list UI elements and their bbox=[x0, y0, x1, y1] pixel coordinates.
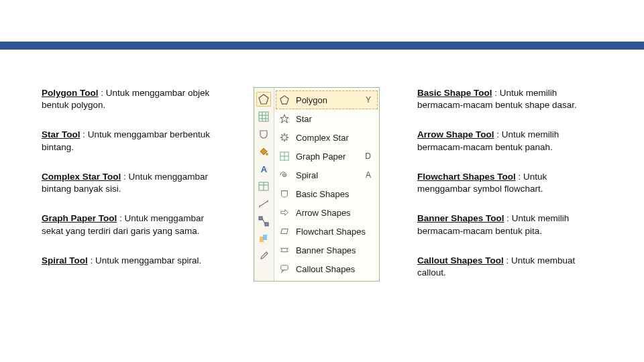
desc-title: Arrow Shape Tool bbox=[417, 129, 494, 139]
flyout-shortcut: Y bbox=[366, 95, 374, 105]
flyout-item-complex-star[interactable]: Complex Star bbox=[276, 128, 378, 147]
smart-fill-tool-button[interactable] bbox=[256, 144, 271, 159]
flyout-list: Polygon Y Star Complex Star Graph Paper … bbox=[274, 88, 379, 281]
flyout-shortcut: D bbox=[365, 152, 374, 161]
svg-rect-14 bbox=[265, 223, 268, 226]
desc-spiral: Spiral Tool : Untuk menggambar spiral. bbox=[42, 255, 216, 267]
flyout-shortcut: A bbox=[366, 170, 374, 180]
svg-rect-17 bbox=[263, 235, 267, 240]
flyout-item-arrow-shapes[interactable]: Arrow Shapes bbox=[276, 203, 378, 222]
tool-flyout-panel: A bbox=[254, 87, 380, 282]
flyout-label: Arrow Shapes bbox=[296, 208, 366, 218]
flyout-item-flowchart-shapes[interactable]: Flowchart Shapes bbox=[276, 222, 378, 241]
flyout-item-spiral[interactable]: Spiral A bbox=[276, 166, 378, 184]
desc-title: Graph Paper Tool bbox=[42, 213, 117, 223]
graph-paper-icon bbox=[258, 111, 269, 122]
basic-shapes-tool-button[interactable] bbox=[256, 127, 271, 141]
flyout-label: Polygon bbox=[296, 95, 360, 105]
desc-title: Banner Shapes Tool bbox=[417, 213, 504, 223]
graph-paper-tool-button[interactable] bbox=[256, 109, 271, 124]
toolbox-screenshot: A bbox=[236, 87, 397, 296]
slide-accent-bar bbox=[0, 42, 644, 50]
banner-shapes-icon bbox=[278, 244, 290, 256]
blend-icon bbox=[258, 233, 269, 244]
flyout-item-basic-shapes[interactable]: Basic Shapes bbox=[276, 184, 378, 203]
flyout-label: Complex Star bbox=[296, 133, 366, 143]
desc-polygon: Polygon Tool : Untuk menggambar objek be… bbox=[42, 87, 216, 111]
svg-rect-25 bbox=[281, 265, 288, 270]
complex-star-icon bbox=[278, 131, 290, 143]
eyedropper-icon bbox=[258, 251, 269, 261]
svg-rect-13 bbox=[259, 217, 262, 220]
flyout-label: Spiral bbox=[296, 170, 360, 180]
svg-marker-24 bbox=[281, 229, 288, 234]
flyout-label: Basic Shapes bbox=[296, 189, 366, 199]
flyout-item-callout-shapes[interactable]: Callout Shapes bbox=[276, 259, 378, 278]
desc-title: Star Tool bbox=[42, 129, 80, 139]
eyedropper-tool-button[interactable] bbox=[256, 249, 271, 263]
connector-icon bbox=[258, 216, 269, 227]
effects-tool-button[interactable] bbox=[256, 231, 271, 246]
svg-line-10 bbox=[260, 201, 268, 206]
text-tool-button[interactable]: A bbox=[256, 162, 271, 176]
spiral-icon bbox=[278, 169, 290, 181]
svg-line-15 bbox=[262, 219, 265, 224]
svg-marker-19 bbox=[280, 115, 288, 123]
connector-tool-button[interactable] bbox=[256, 214, 271, 229]
desc-title: Complex Star Tool bbox=[42, 172, 121, 182]
basic-shapes-icon bbox=[258, 129, 269, 139]
desc-graph-paper: Graph Paper Tool : Untuk menggambar seka… bbox=[42, 213, 216, 237]
desc-banner-shape: Banner Shapes Tool : Untuk memilih berma… bbox=[417, 213, 585, 237]
desc-star: Star Tool : Untuk menggambar berbentuk b… bbox=[42, 129, 216, 153]
star-icon bbox=[278, 113, 290, 125]
desc-arrow-shape: Arrow Shape Tool : Untuk memilih bermaca… bbox=[417, 129, 585, 153]
table-icon bbox=[258, 181, 269, 192]
svg-point-6 bbox=[266, 153, 268, 156]
flyout-item-graph-paper[interactable]: Graph Paper D bbox=[276, 147, 378, 166]
svg-marker-18 bbox=[280, 96, 288, 104]
polygon-tool-button[interactable] bbox=[256, 92, 271, 107]
bucket-icon bbox=[258, 146, 269, 157]
desc-title: Flowchart Shapes Tool bbox=[417, 172, 516, 182]
dimension-tool-button[interactable] bbox=[256, 196, 271, 211]
callout-shapes-icon bbox=[278, 263, 290, 275]
flyout-label: Flowchart Shapes bbox=[296, 227, 366, 237]
slide-content: Polygon Tool : Untuk menggambar objek be… bbox=[42, 87, 617, 296]
svg-rect-1 bbox=[259, 112, 268, 121]
flyout-label: Graph Paper bbox=[296, 152, 360, 162]
tool-strip: A bbox=[254, 88, 274, 281]
desc-basic-shape: Basic Shape Tool : Untuk memilih bermaca… bbox=[417, 87, 585, 111]
desc-callout-shape: Callout Shapes Tool : Untuk membuat call… bbox=[417, 255, 585, 279]
text-icon: A bbox=[261, 164, 267, 174]
polygon-icon bbox=[278, 94, 290, 106]
graph-paper-icon bbox=[278, 150, 290, 162]
desc-title: Basic Shape Tool bbox=[417, 88, 492, 98]
flyout-item-star[interactable]: Star bbox=[276, 109, 378, 128]
desc-flowchart-shape: Flowchart Shapes Tool : Untuk menggambar… bbox=[417, 171, 585, 195]
left-descriptions: Polygon Tool : Untuk menggambar objek be… bbox=[42, 87, 216, 296]
flyout-label: Banner Shapes bbox=[296, 245, 366, 255]
svg-marker-20 bbox=[280, 133, 288, 141]
flyout-label: Callout Shapes bbox=[296, 264, 366, 274]
arrow-shapes-icon bbox=[278, 206, 290, 219]
basic-shapes-icon bbox=[278, 188, 290, 200]
table-tool-button[interactable] bbox=[256, 179, 271, 194]
flyout-item-polygon[interactable]: Polygon Y bbox=[276, 90, 378, 109]
desc-title: Callout Shapes Tool bbox=[417, 255, 504, 265]
desc-body: : Untuk menggambar spiral. bbox=[88, 255, 202, 265]
svg-marker-0 bbox=[259, 95, 268, 104]
dimension-icon bbox=[258, 198, 269, 209]
flowchart-shapes-icon bbox=[278, 225, 290, 237]
desc-complex-star: Complex Star Tool : Untuk menggambar bin… bbox=[42, 171, 216, 195]
flyout-label: Star bbox=[296, 114, 366, 124]
flyout-item-banner-shapes[interactable]: Banner Shapes bbox=[276, 241, 378, 259]
right-descriptions: Basic Shape Tool : Untuk memilih bermaca… bbox=[417, 87, 585, 296]
polygon-icon bbox=[258, 94, 269, 105]
desc-title: Polygon Tool bbox=[42, 88, 99, 98]
desc-title: Spiral Tool bbox=[42, 255, 88, 265]
